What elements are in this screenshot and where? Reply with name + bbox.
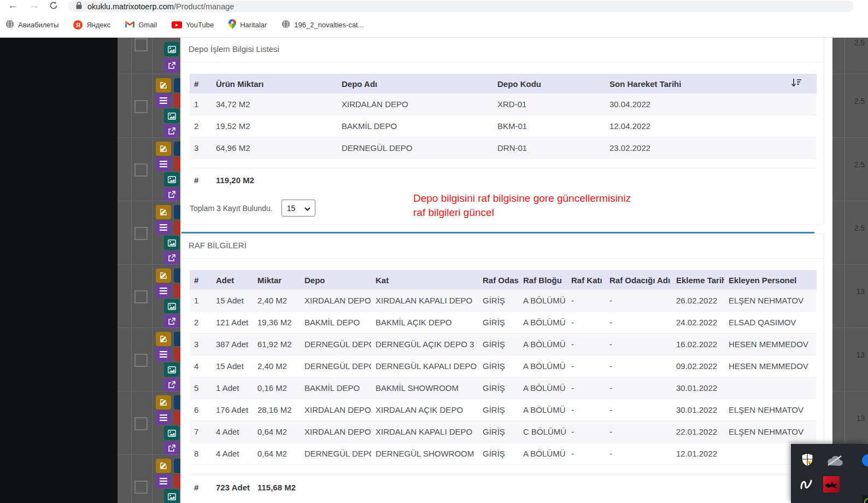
chevron-down-icon (304, 204, 310, 213)
table-cell: A BÖLÜMÜ (519, 312, 567, 334)
table-cell: - (605, 355, 672, 377)
dragon-app-icon[interactable] (823, 476, 840, 493)
blue-app-icon[interactable] (862, 454, 868, 466)
depo-link[interactable]: DERNEGÜL DEPO (337, 137, 493, 159)
url-bar[interactable]: okuklu.matrixotoerp.com/Product/manage (68, 1, 854, 12)
sort-icon[interactable] (791, 78, 802, 90)
table-cell: 12.01.2022 (672, 443, 724, 465)
globe-icon (281, 20, 290, 30)
bg-image-button (164, 426, 179, 440)
column-header: Depo Adı (337, 74, 493, 93)
table-cell: BAKMİL AÇIK DEPO (371, 312, 478, 334)
table-cell: BAKMİL DEPO (300, 312, 371, 334)
table-cell: XIRDALAN AÇIK DEPO (371, 399, 478, 421)
bg-row-divider (832, 391, 868, 391)
bg-row-divider (832, 264, 868, 265)
bg-edit-button (156, 142, 171, 156)
back-button[interactable]: ← (8, 0, 18, 12)
table-cell: 4 (190, 355, 212, 377)
table-cell: GİRİŞ (478, 399, 519, 421)
depo-card-title: Depo İşlem Bilgisi Listesi (189, 44, 279, 54)
bg-row-divider (118, 327, 180, 328)
column-header: Ekleme Tarihi (672, 270, 724, 290)
bg-detail-button (174, 395, 180, 410)
bookmarks-bar: Авиабилеты Я Яндекс Gmail YouTube Harita… (0, 13, 868, 38)
bookmark-youtube[interactable]: YouTube (172, 21, 214, 29)
table-cell: 30.01.2022 (672, 399, 724, 421)
page-overlay: 2.52.52.52.5131313 Depo İşlem Bilgisi Li… (0, 38, 868, 503)
table-cell: 16.02.2022 (672, 334, 724, 355)
bg-image-button (164, 299, 179, 313)
depo-link[interactable]: BAKMİL DEPO (337, 115, 493, 137)
table-cell: GİRİŞ (478, 290, 519, 312)
table-cell: - (567, 290, 605, 312)
table-cell: - (605, 334, 672, 355)
green-app-icon[interactable] (863, 495, 868, 503)
column-header: Raf Bloğu (519, 270, 567, 290)
table-row: 134,72 M2XIRDALAN DEPOXRD-0130.04.2022 (190, 93, 817, 115)
bookmark-yandex[interactable]: Я Яндекс (73, 20, 110, 30)
bg-row-checkbox (134, 354, 148, 367)
bg-column-divider (844, 38, 845, 503)
table-cell: 0,64 M2 (253, 421, 300, 443)
defender-shield-icon[interactable] (801, 453, 814, 467)
table-cell: BAKMİL SHOWROOM (371, 377, 478, 399)
bg-row-divider (832, 201, 868, 201)
table-cell: XRD-01 (493, 93, 605, 115)
table-cell: 22.01.2022 (672, 421, 724, 443)
table-cell: 64,96 M2 (212, 137, 337, 159)
column-header: Raf Katı (567, 270, 605, 290)
raf-table-header-row: #AdetMiktarDepoKatRaf OdasıRaf BloğuRaf … (190, 270, 817, 290)
bg-image-button (164, 42, 179, 56)
table-row: 3387 Adet61,92 M2DERNEGÜL DEPODERNEGÜL A… (190, 334, 817, 355)
raf-table-body: 115 Adet2,40 M2XIRDALAN DEPOXIRDALAN KAP… (190, 290, 817, 465)
footer-hash: # (190, 483, 212, 492)
table-cell: 26.02.2022 (672, 290, 724, 312)
table-cell: - (605, 312, 672, 334)
raf-total-adet: 723 Adet (212, 483, 253, 492)
records-count-text: Toplam 3 Kayıt Bulundu. (190, 204, 273, 213)
table-cell: 2,40 M2 (253, 290, 300, 312)
page-size-select[interactable]: 15 (281, 200, 315, 217)
table-cell: DERNEGÜL DEPO (300, 355, 371, 377)
table-row: 219,52 M2BAKMİL DEPOBKM-0112.04.2022 (190, 115, 817, 137)
table-cell: 12.04.2022 (605, 115, 817, 137)
bg-image-button (164, 172, 179, 186)
table-cell: GİRİŞ (478, 377, 519, 399)
table-cell: GİRİŞ (478, 355, 519, 377)
annotation-line1: Depo bilgisini raf bilgisine gore güncel… (413, 191, 631, 206)
table-cell: 121 Adet (212, 312, 253, 334)
wave-n-icon[interactable] (800, 478, 813, 491)
reload-button[interactable] (49, 0, 58, 13)
product-detail-modal: Depo İşlem Bilgisi Listesi #Ürün Miktarı… (180, 38, 832, 503)
bg-edit-button (156, 268, 171, 283)
bookmark-aviabilety[interactable]: Авиабилеты (5, 20, 58, 30)
bg-detail-button (174, 142, 180, 156)
gmail-icon (125, 21, 134, 30)
table-cell: - (567, 443, 605, 465)
column-header: Kat (371, 270, 478, 290)
bg-share-button (164, 441, 179, 455)
bg-delete-button (174, 411, 180, 425)
table-cell: 09.02.2022 (672, 355, 724, 377)
cloud-offline-icon[interactable] (826, 455, 844, 466)
table-cell: 2 (190, 312, 212, 334)
bookmark-gmail[interactable]: Gmail (125, 21, 157, 30)
table-cell: 19,52 M2 (212, 115, 337, 137)
table-cell: XIRDALAN DEPO (300, 399, 371, 421)
column-header: # (190, 270, 212, 290)
table-cell: ELŞEN NEHMATOV (724, 290, 817, 312)
column-header: Raf Odası (478, 270, 519, 290)
bg-quantity-value: 2.5 (854, 38, 865, 47)
maps-pin-icon (228, 19, 236, 31)
bg-edit-button (156, 459, 171, 473)
forward-button[interactable]: → (29, 0, 39, 12)
divider (182, 258, 824, 259)
bookmark-haritalar[interactable]: Haritalar (228, 19, 267, 31)
depo-link[interactable]: XIRDALAN DEPO (337, 93, 493, 115)
raf-card-title: RAF BİLGİLERİ (189, 241, 247, 250)
table-cell: DERNEGÜL SHOWROOM (371, 443, 478, 465)
bg-list-button (156, 347, 171, 361)
bookmark-novalties[interactable]: 196_2_novalties-cat... (281, 20, 363, 30)
table-cell: GİRİŞ (478, 421, 519, 443)
